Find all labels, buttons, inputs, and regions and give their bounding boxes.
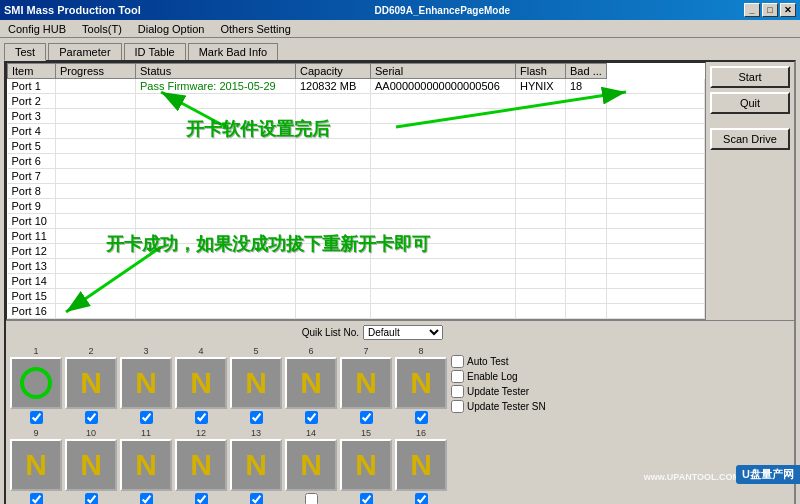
update-tester-sn-checkbox[interactable] — [451, 400, 464, 413]
port-icon[interactable]: N — [120, 357, 172, 409]
port-table[interactable]: Item Progress Status Capacity Serial Fla… — [6, 62, 706, 320]
menu-others-setting[interactable]: Others Setting — [216, 22, 294, 36]
port-checkbox[interactable] — [250, 493, 263, 504]
enable-log-row: Enable Log — [451, 370, 551, 383]
update-tester-checkbox[interactable] — [451, 385, 464, 398]
menu-tools[interactable]: Tools(T) — [78, 22, 126, 36]
table-row: Port 7 — [8, 169, 705, 184]
port-n-indicator: N — [135, 450, 157, 480]
enable-log-label: Enable Log — [467, 371, 518, 382]
start-button[interactable]: Start — [710, 66, 790, 88]
port-number-label: 8 — [418, 346, 423, 356]
port-checkbox[interactable] — [85, 411, 98, 424]
port-n-indicator: N — [80, 450, 102, 480]
port-checkbox[interactable] — [305, 411, 318, 424]
tab-bar: Test Parameter ID Table Mark Bad Info — [0, 38, 800, 60]
table-row: Port 9 — [8, 199, 705, 214]
port-icon[interactable]: N — [230, 357, 282, 409]
port-number-label: 4 — [198, 346, 203, 356]
port-number-label: 11 — [141, 428, 151, 438]
port-checkbox[interactable] — [305, 493, 318, 504]
port-icon[interactable]: N — [175, 357, 227, 409]
minimize-button[interactable]: _ — [744, 3, 760, 17]
port-checkbox[interactable] — [360, 411, 373, 424]
port-cell: 15N — [340, 428, 392, 504]
port-checkbox[interactable] — [415, 411, 428, 424]
port-cell: 1 — [10, 346, 62, 424]
port-checkbox[interactable] — [30, 493, 43, 504]
scan-drive-button[interactable]: Scan Drive — [710, 128, 790, 150]
col-capacity: Capacity — [296, 64, 371, 79]
port-number-label: 1 — [33, 346, 38, 356]
port-icon[interactable]: N — [285, 357, 337, 409]
port-icon[interactable]: N — [65, 439, 117, 491]
enable-log-checkbox[interactable] — [451, 370, 464, 383]
checkbox-options: Auto Test Enable Log Update Tester Updat… — [451, 325, 551, 504]
tab-mark-bad-info[interactable]: Mark Bad Info — [188, 43, 278, 61]
port-cell: 14N — [285, 428, 337, 504]
port-n-indicator: N — [355, 450, 377, 480]
title-bar: SMI Mass Production Tool DD609A_EnhanceP… — [0, 0, 800, 20]
port-cell: 12N — [175, 428, 227, 504]
port-icon[interactable]: N — [65, 357, 117, 409]
port-icon[interactable]: N — [395, 357, 447, 409]
quik-label: Quik List No. — [302, 327, 359, 338]
port-icon[interactable]: N — [340, 439, 392, 491]
port-checkbox[interactable] — [140, 493, 153, 504]
bottom-section: Quik List No. Default 12N3N4N5N6N7N8N 9N… — [6, 320, 794, 504]
port-n-indicator: N — [190, 450, 212, 480]
port-number-label: 16 — [416, 428, 426, 438]
port-number-label: 13 — [251, 428, 261, 438]
close-button[interactable]: ✕ — [780, 3, 796, 17]
table-row: Port 16 — [8, 304, 705, 319]
menu-config-hub[interactable]: Config HUB — [4, 22, 70, 36]
port-cell: 4N — [175, 346, 227, 424]
table-row: Port 3 — [8, 109, 705, 124]
port-icon[interactable]: N — [285, 439, 337, 491]
menu-bar: Config HUB Tools(T) Dialog Option Others… — [0, 20, 800, 38]
port-n-indicator: N — [190, 368, 212, 398]
port-n-indicator: N — [410, 368, 432, 398]
port-checkbox[interactable] — [30, 411, 43, 424]
port-checkbox[interactable] — [360, 493, 373, 504]
port-number-label: 14 — [306, 428, 316, 438]
port-checkbox[interactable] — [140, 411, 153, 424]
port-icon[interactable]: N — [120, 439, 172, 491]
port-cell: 5N — [230, 346, 282, 424]
update-tester-sn-row: Update Tester SN — [451, 400, 551, 413]
tab-test[interactable]: Test — [4, 43, 46, 61]
port-n-indicator: N — [80, 368, 102, 398]
auto-test-checkbox[interactable] — [451, 355, 464, 368]
port-number-label: 10 — [86, 428, 96, 438]
port-icon[interactable]: N — [395, 439, 447, 491]
port-checkbox[interactable] — [85, 493, 98, 504]
port-icon[interactable]: N — [10, 439, 62, 491]
menu-dialog-option[interactable]: Dialog Option — [134, 22, 209, 36]
port-checkbox[interactable] — [195, 493, 208, 504]
port-checkbox[interactable] — [195, 411, 208, 424]
port-number-label: 6 — [308, 346, 313, 356]
port-checkbox[interactable] — [250, 411, 263, 424]
port-icon[interactable]: N — [230, 439, 282, 491]
maximize-button[interactable]: □ — [762, 3, 778, 17]
quit-button[interactable]: Quit — [710, 92, 790, 114]
tab-id-table[interactable]: ID Table — [124, 43, 186, 61]
port-icon[interactable] — [10, 357, 62, 409]
port-number-label: 12 — [196, 428, 206, 438]
table-row: Port 2 — [8, 94, 705, 109]
port-icon[interactable]: N — [340, 357, 392, 409]
quik-select[interactable]: Default — [363, 325, 443, 340]
table-row: Port 6 — [8, 154, 705, 169]
port-row-1: 12N3N4N5N6N7N8N — [10, 346, 447, 424]
port-n-indicator: N — [245, 368, 267, 398]
table-row: Port 15 — [8, 289, 705, 304]
port-checkbox[interactable] — [415, 493, 428, 504]
tab-parameter[interactable]: Parameter — [48, 43, 121, 61]
port-number-label: 15 — [361, 428, 371, 438]
col-status: Status — [136, 64, 296, 79]
port-n-indicator: N — [355, 368, 377, 398]
table-row: Port 13 — [8, 259, 705, 274]
port-number-label: 5 — [253, 346, 258, 356]
table-row: Port 1Pass Firmware: 2015-05-29120832 MB… — [8, 79, 705, 94]
port-icon[interactable]: N — [175, 439, 227, 491]
